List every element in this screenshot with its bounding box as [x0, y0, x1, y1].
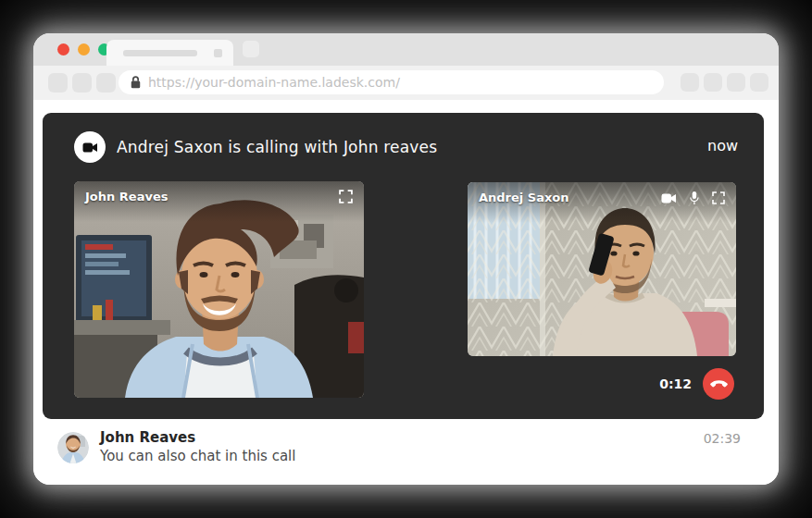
call-type-badge [74, 131, 106, 163]
chat-sender-name: John Reaves [100, 429, 195, 446]
fullscreen-icon[interactable] [339, 190, 353, 204]
browser-toolbar: https://your-domain-name.ladesk.com/ [33, 66, 779, 100]
remote-video-name-label: John Reaves [85, 190, 168, 204]
chat-timestamp: 02:39 [704, 431, 741, 446]
video-camera-icon [82, 142, 98, 154]
video-call-panel: Andrej Saxon is calling with John reaves… [43, 113, 764, 419]
lock-icon [131, 76, 141, 89]
call-header: Andrej Saxon is calling with John reaves [74, 131, 437, 163]
forward-button[interactable] [72, 73, 92, 92]
address-bar[interactable]: https://your-domain-name.ladesk.com/ [119, 70, 664, 94]
tab-title-placeholder [123, 50, 197, 56]
back-button[interactable] [48, 73, 68, 92]
microphone-icon[interactable] [689, 191, 700, 205]
local-video-controls [661, 191, 725, 205]
local-video-name-label: Andrej Saxon [479, 191, 569, 204]
call-controls: 0:12 [659, 368, 734, 400]
browser-tab[interactable] [106, 40, 233, 66]
minimize-window-button[interactable] [78, 43, 90, 56]
chat-message-row: John Reaves You can also chat in this ca… [33, 419, 779, 485]
chat-message-text: You can also chat in this call [100, 448, 295, 464]
local-video-feed[interactable]: Andrej Saxon [468, 182, 736, 356]
call-received-time: now [707, 137, 738, 154]
fullscreen-icon[interactable] [712, 191, 725, 204]
avatar-image [57, 432, 89, 463]
url-text: https://your-domain-name.ladesk.com/ [148, 75, 400, 90]
hangup-phone-icon [710, 380, 728, 388]
window-controls [57, 43, 110, 56]
tab-close-icon[interactable] [214, 49, 222, 57]
call-duration: 0:12 [659, 376, 692, 391]
toolbar-button-3[interactable] [727, 73, 745, 92]
video-camera-icon[interactable] [661, 192, 677, 204]
close-window-button[interactable] [57, 43, 69, 56]
browser-tab-bar [33, 33, 779, 66]
toolbar-button-1[interactable] [681, 73, 699, 92]
remote-video-feed[interactable]: John Reaves [74, 181, 364, 398]
toolbar-button-2[interactable] [704, 73, 722, 92]
avatar [57, 432, 89, 463]
toolbar-button-4[interactable] [750, 73, 768, 92]
hangup-button[interactable] [703, 368, 734, 400]
reload-button[interactable] [96, 73, 116, 92]
page-background: https://your-domain-name.ladesk.com/ And… [0, 0, 812, 518]
call-title: Andrej Saxon is calling with John reaves [117, 138, 437, 156]
browser-window: https://your-domain-name.ladesk.com/ And… [33, 33, 779, 485]
new-tab-button[interactable] [243, 41, 259, 57]
